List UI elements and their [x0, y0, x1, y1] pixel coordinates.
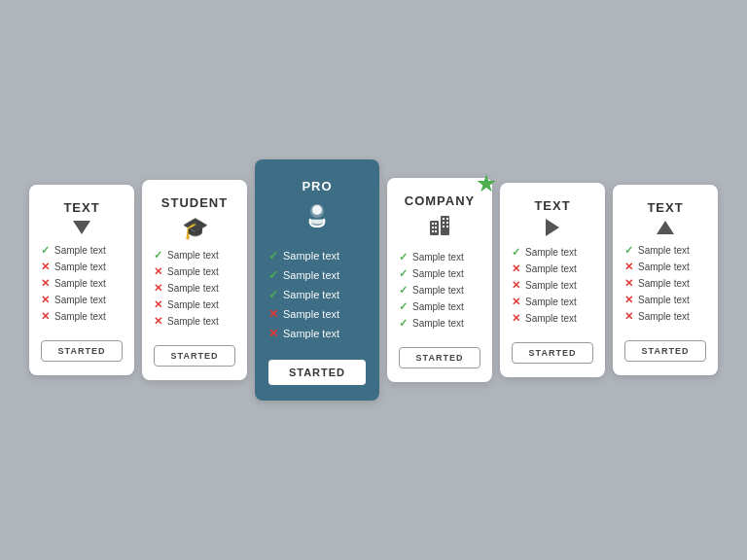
card-title-pro: PRO	[302, 179, 332, 193]
feature-text: Sample text	[54, 295, 106, 305]
pricing-container: TEXT✓Sample text✕Sample text✕Sample text…	[10, 140, 737, 420]
triangle-right-icon	[546, 219, 559, 236]
cross-icon: ✕	[512, 262, 520, 275]
card-title-text2: TEXT	[534, 198, 570, 213]
cross-icon: ✕	[512, 279, 520, 292]
feature-item: ✕Sample text	[624, 310, 706, 323]
feature-item: ✕Sample text	[41, 294, 123, 306]
feature-item: ✓Sample text	[268, 268, 366, 282]
feature-text: Sample text	[283, 269, 339, 281]
feature-text: Sample text	[525, 297, 577, 307]
svg-rect-7	[435, 227, 437, 228]
feature-text: Sample text	[525, 280, 577, 291]
svg-rect-15	[446, 226, 448, 228]
card-title-student: STUDENT	[161, 195, 228, 210]
feature-list-text1: ✓Sample text✕Sample text✕Sample text✕Sam…	[41, 244, 123, 327]
feature-item: ✕Sample text	[41, 277, 123, 290]
feature-item: ✓Sample text	[399, 317, 480, 330]
feature-item: ✓Sample text	[399, 267, 480, 280]
started-button-student[interactable]: STARTED	[154, 345, 235, 367]
star-badge	[477, 174, 496, 193]
cross-icon: ✕	[268, 327, 278, 340]
feature-item: ✕Sample text	[268, 307, 366, 321]
cross-icon: ✕	[154, 265, 162, 278]
cross-icon: ✕	[624, 310, 633, 323]
check-icon: ✓	[399, 317, 408, 330]
feature-text: Sample text	[638, 245, 690, 256]
svg-rect-6	[432, 227, 434, 228]
check-icon: ✓	[399, 251, 408, 263]
cross-icon: ✕	[154, 282, 162, 295]
started-button-text2[interactable]: STARTED	[512, 342, 593, 364]
started-button-pro[interactable]: STARTED	[268, 360, 366, 385]
feature-text: Sample text	[283, 250, 339, 262]
feature-item: ✕Sample text	[154, 282, 235, 295]
feature-text: Sample text	[54, 278, 106, 289]
cross-icon: ✕	[154, 315, 162, 328]
feature-item: ✕Sample text	[624, 294, 706, 306]
feature-item: ✓Sample text	[268, 288, 366, 301]
check-icon: ✓	[268, 288, 278, 301]
feature-text: Sample text	[54, 245, 106, 256]
feature-list-student: ✓Sample text✕Sample text✕Sample text✕Sam…	[154, 249, 235, 332]
pro-icon	[301, 199, 334, 239]
card-text3: TEXT✓Sample text✕Sample text✕Sample text…	[613, 185, 718, 375]
feature-item: ✓Sample text	[512, 246, 593, 259]
feature-text: Sample text	[412, 285, 464, 296]
card-pro: PRO✓Sample text✓Sample text✓Sample text✕…	[255, 159, 379, 401]
check-icon: ✓	[399, 284, 408, 297]
feature-text: Sample text	[525, 313, 577, 324]
check-icon: ✓	[399, 300, 408, 313]
cross-icon: ✕	[154, 298, 162, 311]
cross-icon: ✕	[41, 294, 50, 306]
feature-text: Sample text	[638, 262, 690, 272]
check-icon: ✓	[399, 267, 408, 280]
feature-item: ✕Sample text	[512, 312, 593, 325]
feature-item: ✕Sample text	[154, 265, 235, 278]
feature-text: Sample text	[412, 252, 464, 262]
feature-text: Sample text	[638, 295, 690, 305]
cross-icon: ✕	[512, 312, 520, 325]
svg-rect-4	[432, 223, 434, 225]
cross-icon: ✕	[41, 261, 50, 273]
feature-text: Sample text	[167, 250, 219, 261]
triangle-down-icon	[73, 221, 90, 234]
triangle-up-icon	[657, 221, 674, 234]
feature-item: ✕Sample text	[512, 279, 593, 292]
cross-icon: ✕	[624, 277, 633, 290]
feature-text: Sample text	[167, 266, 219, 277]
feature-item: ✓Sample text	[399, 300, 480, 313]
card-title-text1: TEXT	[63, 200, 99, 215]
check-icon: ✓	[624, 244, 633, 257]
feature-text: Sample text	[283, 289, 339, 300]
svg-rect-14	[443, 226, 445, 228]
feature-item: ✕Sample text	[512, 262, 593, 275]
svg-point-1	[312, 205, 322, 215]
started-button-text3[interactable]: STARTED	[624, 340, 706, 362]
building-icon	[428, 214, 451, 243]
feature-list-text3: ✓Sample text✕Sample text✕Sample text✕Sam…	[624, 244, 706, 327]
feature-item: ✕Sample text	[154, 315, 235, 328]
feature-item: ✓Sample text	[41, 244, 123, 257]
feature-item: ✓Sample text	[268, 249, 366, 262]
card-title-text3: TEXT	[647, 200, 683, 215]
check-icon: ✓	[512, 246, 520, 259]
started-button-company[interactable]: STARTED	[399, 347, 480, 368]
feature-item: ✕Sample text	[268, 327, 366, 340]
feature-list-text2: ✓Sample text✕Sample text✕Sample text✕Sam…	[512, 246, 593, 329]
started-button-text1[interactable]: STARTED	[41, 340, 123, 362]
feature-item: ✕Sample text	[512, 296, 593, 308]
feature-text: Sample text	[54, 311, 106, 322]
feature-item: ✕Sample text	[41, 310, 123, 323]
svg-rect-8	[432, 230, 434, 232]
feature-text: Sample text	[167, 299, 219, 310]
svg-rect-12	[443, 222, 445, 224]
check-icon: ✓	[268, 249, 278, 262]
feature-text: Sample text	[283, 308, 339, 320]
check-icon: ✓	[41, 244, 50, 257]
card-text1: TEXT✓Sample text✕Sample text✕Sample text…	[29, 185, 134, 375]
feature-text: Sample text	[525, 263, 577, 274]
feature-item: ✓Sample text	[154, 249, 235, 262]
feature-text: Sample text	[167, 316, 219, 327]
svg-rect-5	[435, 223, 437, 225]
